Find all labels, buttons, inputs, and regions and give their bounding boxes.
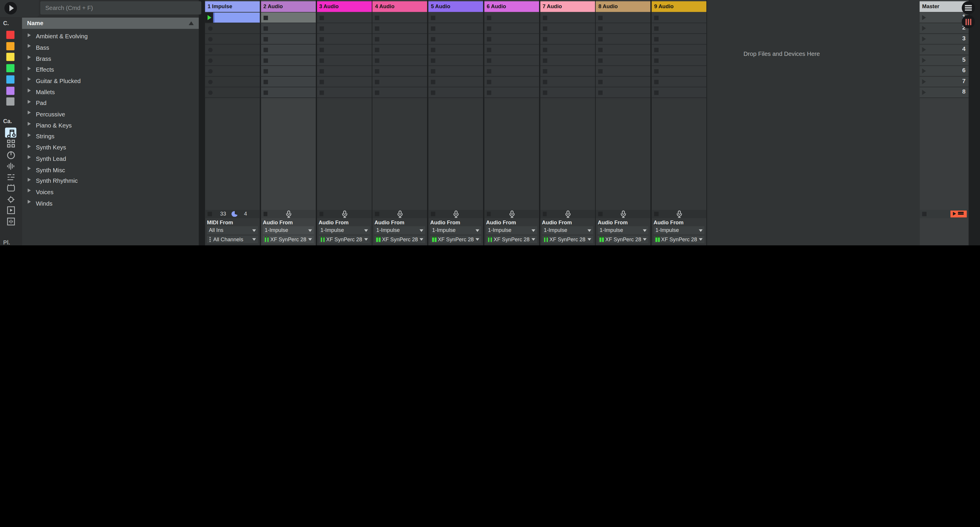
back-to-arrangement-button[interactable] bbox=[950, 211, 967, 217]
clip-slot[interactable] bbox=[261, 66, 315, 77]
input-routing-select[interactable]: 1-Impulse bbox=[598, 226, 649, 234]
expand-triangle-icon[interactable] bbox=[28, 133, 31, 137]
clip-slot[interactable] bbox=[540, 13, 595, 24]
slot-stop-icon[interactable] bbox=[375, 58, 379, 63]
expand-triangle-icon[interactable] bbox=[28, 200, 31, 203]
scene-play-icon[interactable] bbox=[922, 37, 926, 41]
slot-stop-icon[interactable] bbox=[654, 79, 659, 84]
input-channel-select[interactable]: XF SynPerc 28 bbox=[263, 235, 314, 243]
session-empty-area[interactable]: Drop Files and Devices Here bbox=[707, 0, 920, 245]
slot-stop-icon[interactable] bbox=[431, 69, 435, 73]
slot-stop-icon[interactable] bbox=[654, 37, 659, 41]
clip-slot[interactable] bbox=[372, 87, 427, 98]
slot-stop-icon[interactable] bbox=[431, 37, 435, 41]
input-channel-select[interactable]: XF SynPerc 28 bbox=[374, 235, 425, 243]
track-header[interactable]: 5 Audio bbox=[428, 1, 483, 12]
clip-slot[interactable] bbox=[652, 87, 706, 98]
clip-slot[interactable] bbox=[540, 45, 595, 56]
slot-stop-icon[interactable] bbox=[487, 58, 491, 63]
clip-slot[interactable] bbox=[372, 24, 427, 34]
input-channel-select[interactable]: XF SynPerc 28 bbox=[318, 235, 369, 243]
slot-record-icon[interactable] bbox=[208, 90, 213, 94]
expand-triangle-icon[interactable] bbox=[28, 144, 31, 148]
scene-play-icon[interactable] bbox=[922, 15, 926, 20]
scene-slot[interactable]: 5 bbox=[920, 55, 969, 66]
slot-stop-icon[interactable] bbox=[319, 48, 324, 52]
clip-stop-all-button[interactable] bbox=[487, 212, 491, 216]
clip-stop-all-button[interactable] bbox=[319, 212, 323, 216]
expand-triangle-icon[interactable] bbox=[28, 122, 31, 126]
clip-slot[interactable] bbox=[205, 77, 260, 87]
clip-slot[interactable] bbox=[596, 66, 651, 77]
mixer-view-button[interactable] bbox=[962, 15, 975, 29]
expand-triangle-icon[interactable] bbox=[28, 67, 31, 70]
clip-slot[interactable] bbox=[596, 77, 651, 87]
slot-stop-icon[interactable] bbox=[542, 90, 547, 94]
scene-slot[interactable]: 6 bbox=[920, 66, 969, 77]
input-channel-select[interactable]: XF SynPerc 28 bbox=[486, 235, 537, 243]
slot-stop-icon[interactable] bbox=[654, 58, 659, 63]
clip-slot[interactable] bbox=[205, 55, 260, 66]
clip-slot[interactable] bbox=[596, 24, 651, 34]
clip-slot[interactable] bbox=[428, 77, 483, 87]
scene-play-icon[interactable] bbox=[922, 79, 926, 84]
scene-slot[interactable]: 1 bbox=[920, 13, 969, 24]
slot-stop-icon[interactable] bbox=[263, 48, 268, 52]
slot-stop-icon[interactable] bbox=[542, 69, 547, 73]
clip-stop-all-button[interactable] bbox=[208, 212, 212, 216]
list-item[interactable]: Winds bbox=[22, 197, 199, 208]
slot-stop-icon[interactable] bbox=[487, 37, 491, 41]
input-channel-select[interactable]: XF SynPerc 28 bbox=[430, 235, 481, 243]
clip-slot[interactable] bbox=[652, 34, 706, 45]
input-routing-select[interactable]: 1-Impulse bbox=[430, 226, 481, 234]
list-item[interactable]: Synth Lead bbox=[22, 152, 199, 163]
track-header[interactable]: 6 Audio bbox=[484, 1, 539, 12]
track-header[interactable]: 1 Impulse bbox=[205, 1, 260, 12]
slot-stop-icon[interactable] bbox=[654, 16, 659, 20]
clip-slot[interactable] bbox=[652, 55, 706, 66]
clip-slot[interactable] bbox=[652, 45, 706, 56]
slot-stop-icon[interactable] bbox=[598, 58, 603, 63]
clip-slot[interactable] bbox=[540, 87, 595, 98]
slot-record-icon[interactable] bbox=[208, 79, 213, 84]
slot-stop-icon[interactable] bbox=[319, 58, 324, 63]
slot-stop-icon[interactable] bbox=[487, 16, 491, 20]
expand-triangle-icon[interactable] bbox=[28, 33, 31, 37]
sidebar-category-audio-effects[interactable] bbox=[5, 161, 16, 171]
sidebar-category-sounds[interactable] bbox=[5, 127, 16, 137]
collection-color-chip[interactable] bbox=[6, 97, 14, 106]
clip-slot[interactable] bbox=[428, 55, 483, 66]
track-header[interactable]: 7 Audio bbox=[540, 1, 595, 12]
input-routing-select[interactable]: 1-Impulse bbox=[486, 226, 537, 234]
clip-slot[interactable] bbox=[540, 24, 595, 34]
slot-stop-icon[interactable] bbox=[263, 26, 268, 30]
slot-stop-icon[interactable] bbox=[598, 90, 603, 94]
scene-slot[interactable]: 3 bbox=[920, 34, 969, 45]
slot-record-icon[interactable] bbox=[208, 58, 213, 63]
expand-triangle-icon[interactable] bbox=[28, 155, 31, 159]
slot-stop-icon[interactable] bbox=[487, 69, 491, 73]
list-item[interactable]: Bass bbox=[22, 41, 199, 52]
sidebar-category-clips[interactable] bbox=[5, 205, 16, 215]
list-item[interactable]: Brass bbox=[22, 52, 199, 63]
clip-slot[interactable] bbox=[205, 34, 260, 45]
clip-slot[interactable] bbox=[372, 45, 427, 56]
sidebar-category-samples[interactable] bbox=[5, 216, 16, 226]
expand-triangle-icon[interactable] bbox=[28, 78, 31, 81]
slot-stop-icon[interactable] bbox=[431, 48, 435, 52]
clip-slot[interactable] bbox=[428, 87, 483, 98]
clip-slot[interactable] bbox=[596, 55, 651, 66]
slot-stop-icon[interactable] bbox=[598, 69, 603, 73]
clip-slot[interactable] bbox=[205, 24, 260, 34]
scene-play-icon[interactable] bbox=[922, 26, 926, 31]
clip-stop-all-button[interactable] bbox=[654, 212, 658, 216]
clip-slot[interactable] bbox=[317, 13, 371, 24]
clip-slot[interactable] bbox=[317, 24, 371, 34]
list-item[interactable]: Synth Rhythmic bbox=[22, 174, 199, 185]
stop-all-clips-button[interactable] bbox=[922, 212, 926, 216]
slot-stop-icon[interactable] bbox=[487, 48, 491, 52]
input-routing-select[interactable]: 1-Impulse bbox=[263, 226, 314, 234]
track-header[interactable]: 9 Audio bbox=[652, 1, 706, 12]
list-item[interactable]: Ambient & Evolving bbox=[22, 30, 199, 41]
scene-slot[interactable]: 8 bbox=[920, 87, 969, 98]
